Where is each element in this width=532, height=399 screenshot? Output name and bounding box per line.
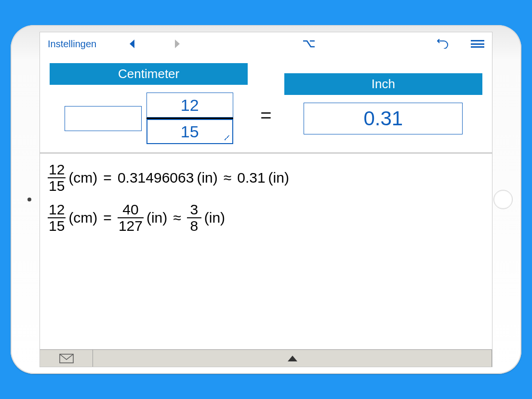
svg-marker-1	[175, 40, 180, 48]
result-line-decimal: 12 15 (cm) = 0.31496063 (in) ≈ 0.31 (in)	[48, 162, 484, 193]
chevron-left-icon	[129, 40, 136, 48]
fraction: 12 15	[48, 162, 66, 193]
settings-button[interactable]: Instellingen	[48, 39, 96, 50]
fraction: 12 15	[48, 202, 66, 233]
conversion-row: Centimeter 12 15 = Inch 0.31	[40, 55, 492, 153]
triangle-up-icon	[288, 356, 297, 361]
mail-button[interactable]	[40, 350, 93, 367]
equals-sign: =	[260, 81, 271, 126]
history-prev-button[interactable]	[129, 40, 136, 48]
fraction: 3 8	[187, 202, 201, 233]
expand-tray-button[interactable]	[93, 350, 492, 367]
unit-right-header[interactable]: Inch	[284, 73, 482, 95]
whole-number-input[interactable]	[65, 106, 142, 131]
menu-button[interactable]	[471, 40, 484, 48]
app-screen: Instellingen	[40, 32, 492, 367]
option-key-icon	[303, 40, 315, 48]
result-output[interactable]: 0.31	[304, 103, 463, 134]
ipad-frame: Instellingen	[11, 25, 521, 374]
history-next-button[interactable]	[173, 40, 180, 48]
undo-button[interactable]	[437, 39, 449, 49]
denominator-input[interactable]: 15	[146, 119, 233, 144]
home-button[interactable]	[493, 190, 513, 209]
numerator-input[interactable]: 12	[146, 93, 233, 118]
unit-left-header[interactable]: Centimeter	[50, 63, 248, 85]
menu-icon	[471, 40, 484, 48]
svg-marker-0	[130, 40, 134, 48]
results-panel: 12 15 (cm) = 0.31496063 (in) ≈ 0.31 (in)…	[40, 153, 492, 349]
toolbar: Instellingen	[40, 32, 492, 55]
result-line-fraction: 12 15 (cm) = 40 127 (in) ≈ 3 8 (	[48, 202, 484, 233]
fraction: 40 127	[118, 202, 144, 233]
options-button[interactable]	[303, 40, 315, 48]
undo-icon	[437, 39, 449, 49]
bottom-tray	[40, 349, 492, 367]
chevron-right-icon	[173, 40, 180, 48]
mail-icon	[59, 354, 74, 363]
